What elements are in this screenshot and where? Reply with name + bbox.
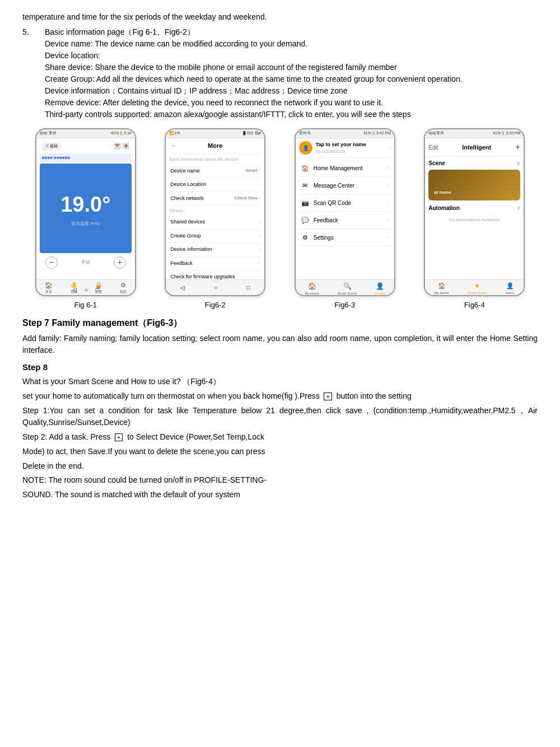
phone2-firmware-chevron: ›	[259, 274, 260, 279]
phone2-location-chevron: ›	[259, 181, 260, 188]
phone4-plus-btn[interactable]: +	[515, 141, 520, 154]
intro-temperature-text: temperature and time for the six periods…	[22, 11, 538, 23]
phone4-scene-name: at home	[432, 187, 454, 198]
phone4-scene-section-header: Scene ∨	[425, 157, 524, 169]
item-5-number: 5.	[22, 26, 45, 120]
phone4-header-title: Intelligent	[462, 143, 491, 152]
phone1-nav-square[interactable]: □	[96, 286, 99, 294]
fig4-label: Fig6-4	[464, 300, 485, 311]
phone1-schedule-bar: ■■■■ ■■■■■■	[40, 153, 132, 162]
phone3-time: 41%🔋3:42 PM	[363, 130, 391, 137]
phone3-qr-label: Scan QR Code	[314, 199, 351, 207]
step8-p3: Step 2: Add a task. Press + to Select De…	[22, 431, 538, 443]
phone1-schedule-icon[interactable]: 📅	[114, 143, 121, 150]
phone2-row-group: Create Group ›	[169, 230, 261, 244]
phone3-profile-tab-icon: 👤	[376, 281, 384, 291]
phone3-menu-qr[interactable]: 📷 Scan QR Code ›	[298, 194, 392, 212]
phone1-settings-icon[interactable]: ⚙	[123, 143, 129, 150]
phone2-group-label: Create Group	[170, 232, 201, 240]
phone4-wrap: 哈哈零件 41%🔋3:10 PM Edit Intelligent + Scen…	[414, 128, 535, 311]
phone4-tab-profile[interactable]: 👤 Home	[506, 281, 515, 296]
fig1-label: Fig 6-1	[74, 300, 97, 311]
phone4-auto-section: Automation ∨ No Automations Available	[425, 202, 524, 228]
remove-device-text: Remove device: After deleting the device…	[45, 97, 538, 109]
step8-plus-icon: +	[324, 393, 332, 400]
phone3-settings-icon: ⚙	[300, 232, 310, 242]
phone2-section-title: Basic information about the device	[169, 156, 261, 163]
phone1-nav-profile[interactable]: ⚙ 我的	[120, 281, 127, 295]
item-5: 5. Basic information page（Fig 6-1、Fig6-2…	[22, 26, 538, 120]
phone1-top-icons: 📅 ⚙	[114, 143, 129, 150]
phone2-devinfo-label: Device information	[170, 246, 212, 254]
phone3-content: 👤 Tap to set your name By 13300030153 › …	[296, 138, 394, 279]
phone1-minus-btn[interactable]: −	[45, 256, 58, 269]
phone3-home-mgmt-chevron: ›	[388, 165, 390, 171]
step8-p5: Delete in the end.	[22, 460, 538, 473]
phone4-status-bar: 哈哈零件 41%🔋3:10 PM	[425, 129, 524, 138]
phone1-time: 41%🔋5:10	[111, 130, 132, 137]
phone2-nav-circle[interactable]: ○	[214, 283, 217, 292]
phone3-tab-smart[interactable]: 🔍 Smart Scene	[338, 281, 357, 296]
phone2-shared-chevron: ›	[259, 219, 260, 226]
phone2-back-btn[interactable]: ←	[171, 142, 176, 150]
phone3-tab-home[interactable]: 🏠 My Home	[305, 281, 319, 296]
step8-p7: SOUND. The sound is matched with the def…	[22, 489, 538, 501]
phone2-row-feedback: Feedback ›	[169, 257, 261, 271]
device-name-text: Device name: The device name can be modi…	[45, 38, 538, 50]
phone3-user-row: 👤 Tap to set your name By 13300030153 ›	[298, 138, 392, 158]
phone1-nav-circle[interactable]: ○	[85, 286, 88, 294]
phone1-plus-btn[interactable]: +	[114, 256, 126, 269]
phone4-scene-card[interactable]: at home	[428, 170, 520, 200]
phone4-edit-btn[interactable]: Edit	[428, 143, 438, 152]
phone4-auto-header: Automation ∨	[428, 204, 520, 212]
fig2-label: Fig6-2	[205, 300, 226, 311]
phone4-auto-label: Automation	[428, 204, 460, 212]
phone2-nav-square[interactable]: □	[246, 283, 250, 292]
phone3-tab-profile[interactable]: 👤 Profile	[375, 281, 385, 296]
phone3-bottom-bar: 🏠 My Home 🔍 Smart Scene 👤 Profile ◁ ○	[296, 279, 394, 295]
phone3-home-mgmt-label: Home Management	[314, 164, 363, 172]
phone2-row-firmware: Check for firmware upgrades ›	[169, 270, 261, 279]
phone2-row-devinfo: Device information ›	[169, 243, 261, 257]
phone3-status-bar: 零件号 41%🔋3:42 PM	[296, 129, 394, 138]
phone2-bottom-bar: ◁ ○ □	[166, 279, 264, 295]
phone2-shared-label: Shared devices	[170, 218, 205, 226]
phone1-content: ◁ 返回 📅 ⚙ ■■■■ ■■■■■■ 19.0° 室内温度 PPD − 手动	[36, 138, 135, 279]
phone4-scene-chevron: ∨	[516, 159, 520, 167]
phone2-others-label: Others：	[169, 208, 261, 214]
step8-p2: Step 1:You can set a condition for task …	[22, 405, 538, 429]
phone1-wrap: 哈哈 零件 41%🔋5:10 ◁ 返回 📅 ⚙ ■■■■ ■■■■■■ 19.0…	[25, 128, 146, 311]
phone3-smart-tab-label: Smart Scene	[338, 291, 357, 296]
phone1-back-btn[interactable]: ◁ 返回	[42, 143, 60, 150]
phone1-temperature: 19.0°	[60, 189, 110, 221]
phone2-row-location: Device Location ›	[169, 178, 261, 192]
phone2-device-name-value: Smart ›	[245, 167, 260, 174]
step8-p4: Mode) to act, then Save.If you want to d…	[22, 446, 538, 458]
phone2-feedback-chevron: ›	[259, 260, 260, 267]
phone3-smart-tab-icon: 🔍	[343, 281, 352, 291]
device-location-text: Device location:	[45, 50, 538, 62]
phone3: 零件号 41%🔋3:42 PM 👤 Tap to set your name B…	[295, 128, 395, 296]
phone2-nav-back[interactable]: ◁	[180, 283, 185, 292]
phone1-nav-home[interactable]: 🏠 首页	[45, 281, 53, 295]
phone3-settings-chevron: ›	[388, 234, 390, 241]
phone3-menu-feedback[interactable]: 💬 Feedback ›	[298, 212, 392, 229]
phone2-row-name: Device name Smart ›	[169, 165, 261, 179]
phone3-home-tab-icon: 🏠	[308, 281, 316, 291]
phone2-device-name-label: Device name	[170, 167, 200, 175]
item-5-content: Basic information page（Fig 6-1、Fig6-2） D…	[45, 26, 538, 120]
phone4-tab-home[interactable]: 🏠 My Home	[435, 281, 449, 296]
phone3-menu-home-mgmt[interactable]: 🏠 Home Management ›	[298, 160, 392, 177]
phone2-location-label: Device Location	[170, 181, 206, 189]
phone3-menu-settings[interactable]: ⚙ Settings ›	[298, 229, 392, 246]
phone3-menu-message[interactable]: ✉ Message Center ›	[298, 177, 392, 194]
phone3-user-chevron: ›	[389, 144, 391, 151]
phone4-tab-smart[interactable]: ★ Smart Scene	[468, 281, 487, 296]
phone3-settings-label: Settings	[314, 234, 334, 242]
phones-row: 哈哈 零件 41%🔋5:10 ◁ 返回 📅 ⚙ ■■■■ ■■■■■■ 19.0…	[22, 128, 538, 311]
phone2-firmware-label: Check for firmware upgrades	[170, 273, 235, 279]
phone1-nav-back[interactable]: ◁	[72, 286, 77, 294]
phone3-feedback-icon: 💬	[300, 215, 310, 225]
step7-body: Add family: Family naming; family locati…	[22, 333, 538, 357]
phone2: 📶1% 📱001 我A ← More Basic information abo…	[165, 128, 265, 296]
